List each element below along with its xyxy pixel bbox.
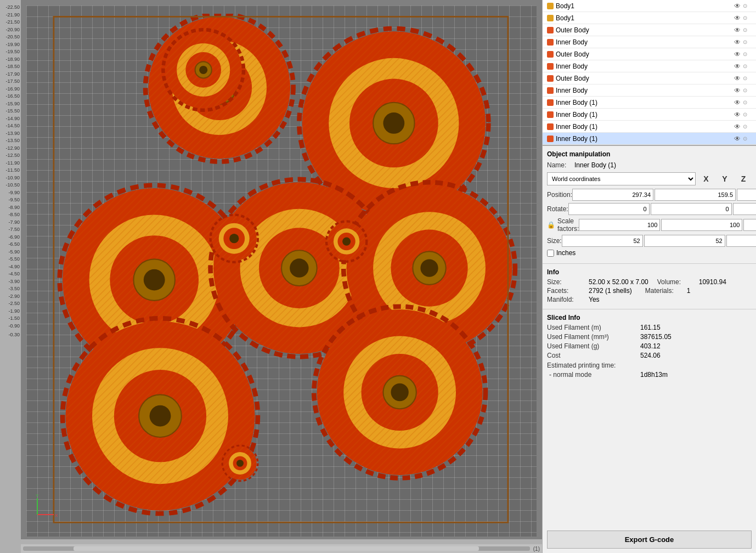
eye-icon[interactable]: 👁 — [732, 38, 743, 46]
eye-icon[interactable]: 👁 — [732, 135, 743, 143]
ruler-tick: -6.50 — [8, 241, 20, 247]
object-manipulation-title: Object manipulation — [547, 150, 752, 158]
ruler-tick: -21.50 — [5, 19, 20, 25]
cost-label: Cost — [547, 352, 640, 359]
ruler-tick: -17.90 — [5, 71, 20, 77]
facets-info-value: 2792 (1 shells) — [589, 287, 632, 295]
scale-z-input[interactable] — [743, 219, 756, 231]
ruler-tick: -7.90 — [8, 219, 20, 225]
position-label: Position: — [547, 191, 572, 199]
eye-icon[interactable]: 👁 — [732, 63, 743, 70]
ruler-tick: -2.90 — [8, 294, 20, 299]
ruler-tick: -0.90 — [8, 323, 20, 329]
svg-point-77 — [150, 405, 171, 427]
svg-point-56 — [420, 259, 438, 276]
eye-icon[interactable]: 👁 — [732, 26, 743, 34]
ruler-tick: -4.50 — [8, 271, 20, 276]
size-z-input[interactable] — [726, 235, 756, 247]
scrollbar-label: (1) — [533, 546, 540, 552]
layer-row-selected[interactable]: Inner Body (1) 👁 ⊙ — [543, 133, 756, 145]
position-z-input[interactable] — [737, 189, 756, 201]
eye-icon[interactable]: 👁 — [732, 111, 743, 119]
eye-icon[interactable]: 👁 — [732, 14, 743, 22]
filament-m-value: 161.15 — [640, 324, 661, 331]
layer-list[interactable]: Body1 👁 ⊙ Body1 👁 ⊙ Outer Body 👁 ⊙ Inner… — [543, 0, 756, 146]
filament-mm3-value: 387615.05 — [640, 333, 672, 341]
layer-row[interactable]: Body1 👁 ⊙ — [543, 12, 756, 24]
size-info-label: Size: — [547, 278, 580, 286]
ruler-tick: -9.90 — [8, 190, 20, 195]
name-label: Name: — [547, 161, 574, 169]
inches-checkbox[interactable] — [547, 250, 554, 257]
ruler-tick: -9.50 — [8, 197, 20, 202]
ruler-tick: -17.50 — [5, 78, 20, 84]
svg-text:Y: Y — [36, 493, 39, 498]
ruler-tick: -13.90 — [5, 131, 20, 136]
eye-icon[interactable]: 👁 — [732, 123, 743, 131]
layer-row[interactable]: Inner Body 👁 ⊙ — [543, 36, 756, 48]
layer-row[interactable]: Outer Body 👁 ⊙ — [543, 48, 756, 60]
layer-row[interactable]: Inner Body 👁 ⊙ — [543, 60, 756, 72]
ruler-tick: -12.90 — [5, 145, 20, 151]
position-x-input[interactable] — [572, 189, 653, 201]
ruler-tick: -3.90 — [8, 279, 20, 284]
ruler-tick: -4.90 — [8, 264, 20, 269]
viewport-container: -22.50 -21.90 -21.50 -20.90 -20.50 -19.9… — [0, 0, 542, 553]
manifold-info-value: Yes — [589, 296, 600, 303]
ruler-tick: -5.90 — [8, 249, 20, 255]
size-y-input[interactable] — [644, 235, 725, 247]
ruler-tick: -21.90 — [5, 12, 20, 18]
svg-point-68 — [342, 238, 351, 246]
ruler-tick: -14.90 — [5, 116, 20, 121]
manifold-info-label: Manifold: — [547, 296, 580, 303]
layer-row[interactable]: Inner Body (1) 👁 ⊙ — [543, 109, 756, 121]
ruler-tick: -3.50 — [8, 286, 20, 291]
filament-m-label: Used Filament (m) — [547, 324, 640, 331]
ruler-tick: -10.50 — [5, 182, 20, 188]
eye-icon[interactable]: 👁 — [732, 99, 743, 106]
name-value: Inner Body (1) — [574, 161, 616, 169]
size-x-input[interactable] — [562, 235, 643, 247]
materials-info-label: Materials: — [645, 287, 678, 295]
scale-y-input[interactable] — [661, 219, 742, 231]
svg-text:X: X — [55, 513, 58, 518]
info-section: Info Size: 52.00 x 52.00 x 7.00 Volume: … — [543, 264, 756, 309]
inches-label[interactable]: Inches — [556, 249, 576, 257]
rotate-z-input[interactable] — [733, 203, 756, 215]
size-label: Size: — [547, 237, 562, 245]
eye-icon[interactable]: 👁 — [732, 2, 743, 10]
cost-value: 524.06 — [640, 352, 661, 359]
ruler-left: -22.50 -21.90 -21.50 -20.90 -20.50 -19.9… — [0, 0, 21, 553]
export-gcode-button[interactable]: Export G-code — [547, 531, 752, 549]
layer-row[interactable]: Outer Body 👁 ⊙ — [543, 24, 756, 36]
ruler-tick: -10.90 — [5, 175, 20, 180]
eye-icon[interactable]: 👁 — [732, 75, 743, 82]
materials-info-value: 1 — [687, 287, 691, 295]
canvas-area[interactable]: X Y — [26, 5, 537, 537]
scale-x-input[interactable] — [579, 219, 660, 231]
position-y-input[interactable] — [655, 189, 736, 201]
layer-row[interactable]: Body1 👁 ⊙ — [543, 0, 756, 12]
layer-row[interactable]: Inner Body (1) 👁 ⊙ — [543, 97, 756, 109]
viewport-main[interactable]: X Y 3923852 (1) — [21, 0, 542, 553]
svg-point-38 — [144, 269, 165, 291]
layer-row[interactable]: Inner Body 👁 ⊙ — [543, 84, 756, 97]
ruler-tick: -19.50 — [5, 49, 20, 54]
lock-icon[interactable]: 🔒 — [547, 221, 555, 229]
z-axis-label: Z — [735, 174, 752, 183]
ruler-tick: -2.50 — [8, 301, 20, 306]
layer-row[interactable]: Outer Body 👁 ⊙ — [543, 72, 756, 84]
rotate-x-input[interactable] — [568, 203, 650, 215]
eye-icon[interactable]: 👁 — [732, 87, 743, 94]
coordinate-system-select[interactable]: World coordinates Local coordinates — [547, 172, 696, 185]
eye-icon[interactable]: 👁 — [732, 50, 743, 58]
rotate-y-input[interactable] — [651, 203, 732, 215]
ruler-tick: -14.50 — [5, 123, 20, 128]
layer-row[interactable]: Inner Body (1) 👁 ⊙ — [543, 121, 756, 133]
ruler-tick: -13.50 — [5, 138, 20, 143]
ruler-tick: -8.50 — [8, 212, 20, 217]
svg-point-47 — [290, 258, 309, 278]
ruler-tick: -18.50 — [5, 64, 20, 69]
ruler-tick: -6.90 — [8, 234, 20, 240]
print-mode-label: - normal mode — [547, 371, 640, 379]
